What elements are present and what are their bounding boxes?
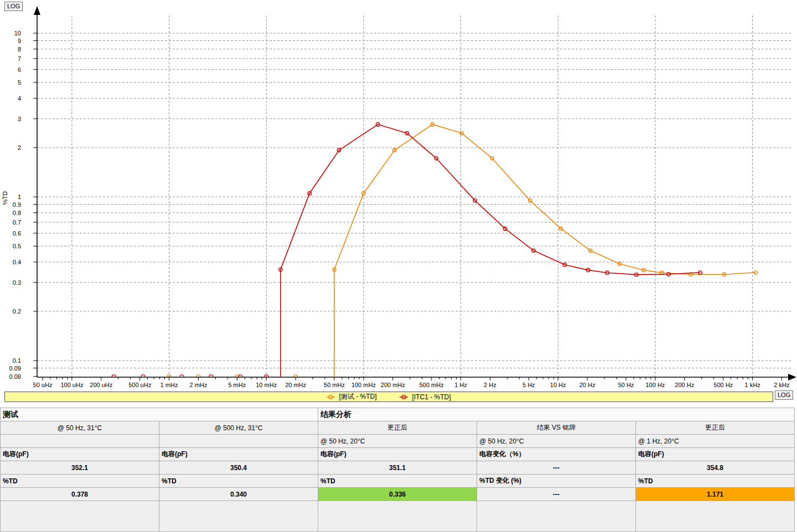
svg-text:7: 7: [18, 55, 21, 62]
svg-text:1: 1: [18, 194, 21, 200]
series-marker-icon: [327, 394, 335, 400]
td-value-highlight-orange: 1.171: [636, 488, 795, 501]
svg-text:8: 8: [18, 46, 21, 53]
capacitance-change-value: ---: [477, 461, 636, 474]
svg-text:6: 6: [18, 66, 21, 73]
capacitance-label: 电容(pF): [636, 448, 795, 461]
svg-text:2 mHz: 2 mHz: [190, 382, 208, 388]
svg-text:20 Hz: 20 Hz: [579, 382, 596, 388]
svg-text:100 mHz: 100 mHz: [351, 382, 376, 388]
legend-item-test-series[interactable]: [测试 - %TD]: [327, 392, 376, 401]
td-value: 0.378: [1, 488, 159, 501]
svg-text:50 mHz: 50 mHz: [324, 382, 345, 388]
svg-text:5: 5: [18, 79, 21, 86]
capacitance-label: 电容(pF): [318, 448, 477, 461]
svg-text:2 Hz: 2 Hz: [484, 382, 496, 388]
svg-text:0.2: 0.2: [13, 308, 21, 315]
legend-item-itc1-series[interactable]: [ITC1 - %TD]: [400, 393, 451, 401]
svg-text:2: 2: [18, 144, 21, 151]
capacitance-value: 354.8: [636, 461, 795, 474]
td-label: %TD: [159, 474, 318, 488]
svg-text:0.08: 0.08: [9, 373, 21, 380]
axes: [34, 6, 796, 380]
svg-text:500 mHz: 500 mHz: [420, 382, 444, 388]
dielectric-response-analysis-screen: 109876543210.90.80.70.60.50.40.30.20.10.…: [0, 0, 797, 532]
svg-text:0.3: 0.3: [13, 279, 21, 286]
capacitance-change-label: 电容变化（%）: [477, 448, 636, 461]
empty-cell: [159, 501, 318, 532]
svg-text:10 mHz: 10 mHz: [256, 382, 277, 388]
svg-text:100 Hz: 100 Hz: [645, 382, 665, 388]
svg-text:0.9: 0.9: [13, 201, 21, 208]
x-axis-log-toggle-button[interactable]: LOG: [775, 390, 793, 400]
column-header: 更正后: [636, 421, 795, 435]
svg-text:100 uHz: 100 uHz: [60, 382, 83, 388]
capacitance-value: 352.1: [1, 461, 159, 474]
series-marker-icon: [400, 394, 408, 400]
empty-cell: [1, 501, 159, 532]
td-label: %TD: [1, 474, 159, 488]
svg-text:4: 4: [18, 95, 21, 102]
column-header: 更正后: [318, 421, 477, 435]
svg-text:10 Hz: 10 Hz: [550, 382, 566, 388]
svg-text:0.1: 0.1: [13, 357, 21, 364]
svg-text:1 kHz: 1 kHz: [745, 382, 760, 388]
svg-text:50 uHz: 50 uHz: [33, 382, 53, 388]
svg-text:50 Hz: 50 Hz: [618, 382, 634, 388]
svg-text:5 mHz: 5 mHz: [228, 382, 246, 388]
condition-cell: @ 50 Hz, 20°C: [318, 435, 477, 448]
svg-text:200 Hz: 200 Hz: [675, 382, 694, 388]
capacitance-label: 电容(pF): [159, 448, 318, 461]
y-axis-log-toggle-button[interactable]: LOG: [4, 2, 23, 11]
td-change-value: ---: [477, 488, 636, 501]
svg-text:9: 9: [18, 38, 21, 44]
svg-text:500 uHz: 500 uHz: [128, 382, 151, 388]
results-table: 测试 结果分析 @ 50 Hz, 31°C @ 500 Hz, 31°C 更正后…: [0, 408, 795, 532]
svg-text:0.6: 0.6: [13, 230, 21, 237]
svg-text:0.4: 0.4: [13, 259, 21, 265]
svg-text:500 Hz: 500 Hz: [713, 382, 733, 388]
svg-text:2 kHz: 2 kHz: [774, 382, 789, 388]
td-vs-frequency-chart: 109876543210.90.80.70.60.50.40.30.20.10.…: [0, 0, 797, 390]
svg-text:5 Hz: 5 Hz: [522, 382, 535, 388]
chart-legend: [测试 - %TD] [ITC1 - %TD]: [4, 392, 773, 402]
td-change-label: %TD 变化 (%): [477, 474, 636, 488]
section-header-result-analysis: 结果分析: [318, 408, 795, 421]
svg-text:1 Hz: 1 Hz: [454, 382, 467, 388]
svg-text:3: 3: [18, 116, 21, 122]
legend-label: [测试 - %TD]: [339, 392, 376, 401]
legend-label: [ITC1 - %TD]: [412, 393, 451, 401]
td-value: 0.340: [159, 488, 318, 501]
svg-text:20 mHz: 20 mHz: [285, 382, 306, 388]
td-label: %TD: [318, 474, 477, 488]
svg-text:0.5: 0.5: [13, 243, 21, 249]
column-header: @ 50 Hz, 31°C: [1, 421, 159, 435]
svg-text:0.8: 0.8: [13, 210, 21, 216]
column-header: @ 500 Hz, 31°C: [159, 421, 318, 435]
condition-cell: [1, 435, 159, 448]
svg-text:1 mHz: 1 mHz: [161, 382, 178, 388]
svg-text:200 mHz: 200 mHz: [381, 382, 405, 388]
series-test: [167, 123, 758, 377]
svg-text:0.7: 0.7: [13, 219, 21, 226]
svg-text:0.09: 0.09: [9, 365, 21, 372]
column-header: 结果 VS 铭牌: [477, 421, 636, 435]
td-value-highlight-green: 0.336: [318, 488, 477, 501]
y-axis-title: %TD: [2, 191, 8, 205]
condition-cell: @ 50 Hz, 20°C: [477, 435, 636, 448]
empty-cell: [318, 501, 477, 532]
condition-cell: [159, 435, 318, 448]
section-header-test: 测试: [1, 408, 318, 421]
capacitance-value: 351.1: [318, 461, 477, 474]
chart-canvas: 109876543210.90.80.70.60.50.40.30.20.10.…: [0, 0, 797, 390]
capacitance-label: 电容(pF): [1, 448, 159, 461]
series-itc1: [112, 123, 702, 377]
empty-cell: [477, 501, 636, 532]
svg-text:200 uHz: 200 uHz: [90, 382, 112, 388]
empty-cell: [636, 501, 795, 532]
capacitance-value: 350.4: [159, 461, 318, 474]
td-label: %TD: [636, 474, 795, 488]
svg-text:10: 10: [14, 30, 21, 36]
condition-cell: @ 1 Hz, 20°C: [636, 435, 795, 448]
